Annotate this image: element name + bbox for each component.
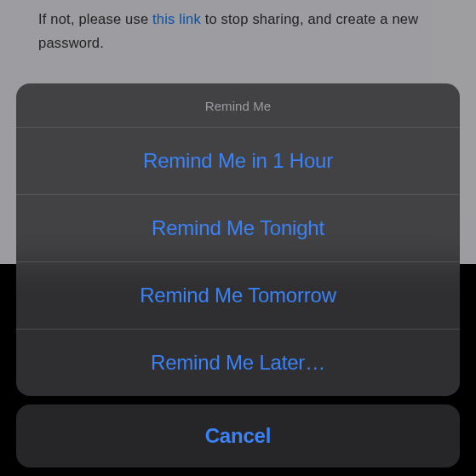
remind-1-hour-button[interactable]: Remind Me in 1 Hour xyxy=(16,128,460,195)
remind-tomorrow-button[interactable]: Remind Me Tomorrow xyxy=(16,262,460,330)
remind-later-button[interactable]: Remind Me Later… xyxy=(16,330,460,396)
action-sheet-group: Remind Me Remind Me in 1 Hour Remind Me … xyxy=(16,83,460,396)
sheet-title: Remind Me xyxy=(16,83,460,128)
action-sheet: Remind Me Remind Me in 1 Hour Remind Me … xyxy=(16,83,460,467)
remind-tonight-button[interactable]: Remind Me Tonight xyxy=(16,195,460,262)
cancel-button[interactable]: Cancel xyxy=(16,404,460,467)
